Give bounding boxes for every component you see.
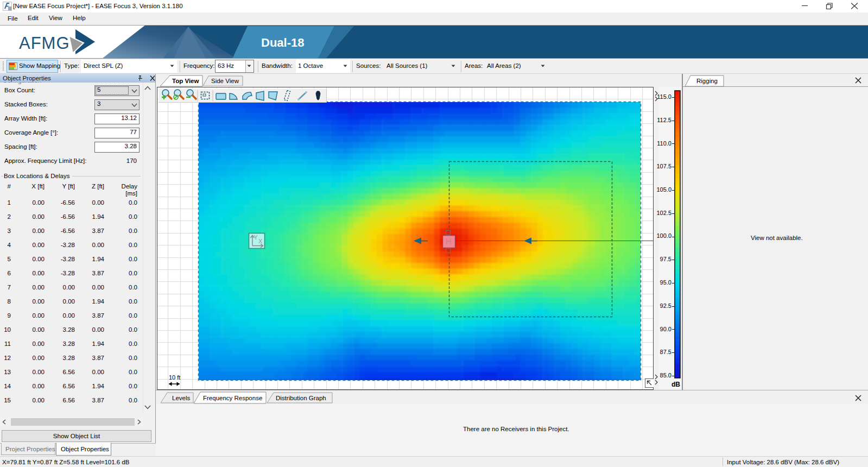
- svg-text:Top View: Top View: [172, 78, 199, 84]
- svg-text:X: X: [258, 238, 263, 244]
- svg-text:AFMG: AFMG: [19, 34, 70, 53]
- svg-text:Rigging: Rigging: [696, 78, 718, 84]
- svg-text:Levels: Levels: [172, 395, 190, 401]
- svg-text:Y: Y: [254, 234, 258, 241]
- svg-text:Frequency Response: Frequency Response: [203, 395, 262, 401]
- svg-text:Dual-18: Dual-18: [261, 36, 304, 49]
- svg-text:Side View: Side View: [211, 78, 239, 84]
- svg-text:Distribution Graph: Distribution Graph: [276, 395, 326, 401]
